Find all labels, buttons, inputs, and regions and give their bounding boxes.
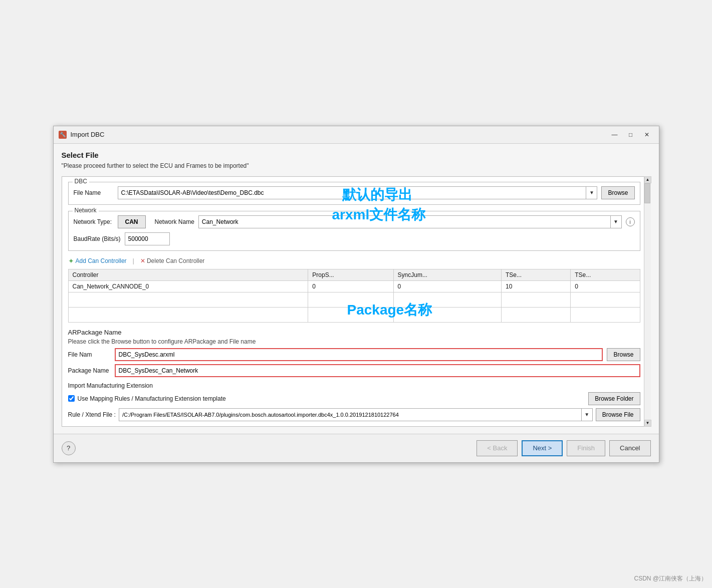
arpackage-file-row: File Nam Browse bbox=[68, 348, 640, 361]
cell-controller-name: Can_Network_CANNODE_0 bbox=[68, 280, 308, 292]
col-tse1: TSe... bbox=[501, 269, 570, 280]
network-legend: Network bbox=[73, 207, 99, 214]
network-type-label: Network Type: bbox=[74, 218, 114, 225]
help-button[interactable]: ? bbox=[62, 441, 76, 455]
arpackage-section: ARPackage Name Please click the Browse b… bbox=[68, 329, 640, 377]
file-name-input[interactable] bbox=[118, 187, 586, 199]
network-info-icon[interactable]: i bbox=[626, 217, 635, 226]
baud-rate-input[interactable] bbox=[125, 232, 170, 245]
dbc-section: DBC File Name ▼ Browse bbox=[68, 182, 640, 205]
close-button[interactable]: ✕ bbox=[640, 129, 654, 140]
app-icon: 🔧 bbox=[59, 131, 67, 139]
dbc-browse-button[interactable]: Browse bbox=[601, 186, 634, 199]
cell-props: 0 bbox=[308, 280, 393, 292]
maximize-button[interactable]: □ bbox=[624, 129, 638, 140]
delete-can-controller-link[interactable]: ✕ Delete Can Controller bbox=[140, 257, 204, 264]
manufacturing-section: Import Manufacturing Extension Use Mappi… bbox=[68, 382, 640, 421]
arpackage-hint: Please click the Browse button to config… bbox=[68, 338, 640, 345]
baud-rate-row: BaudRate (Bits/s) bbox=[74, 232, 635, 245]
scrollbar-track: ▲ ▼ bbox=[644, 176, 651, 427]
use-mapping-label: Use Mapping Rules / Manufacturing Extens… bbox=[78, 395, 226, 402]
controller-table: Controller PropS... SyncJum... TSe... TS… bbox=[68, 269, 640, 323]
titlebar: 🔧 Import DBC — □ ✕ bbox=[54, 126, 659, 144]
col-controller: Controller bbox=[68, 269, 308, 280]
rule-combo[interactable]: ▼ bbox=[119, 408, 593, 421]
main-window: 🔧 Import DBC — □ ✕ Select File "Please p… bbox=[53, 126, 659, 463]
minimize-button[interactable]: — bbox=[608, 129, 622, 140]
finish-button[interactable]: Finish bbox=[567, 440, 605, 456]
cell-syncjum: 0 bbox=[393, 280, 501, 292]
arpackage-file-input[interactable] bbox=[115, 348, 603, 361]
cancel-button[interactable]: Cancel bbox=[609, 440, 650, 456]
next-button[interactable]: Next > bbox=[522, 440, 563, 456]
network-name-dropdown-arrow[interactable]: ▼ bbox=[610, 216, 621, 228]
col-syncjum: SyncJum... bbox=[393, 269, 501, 280]
file-name-label: File Name bbox=[74, 189, 114, 196]
arpackage-label: ARPackage Name bbox=[68, 329, 640, 336]
network-name-input[interactable] bbox=[199, 216, 610, 228]
footer-left: ? bbox=[62, 441, 76, 455]
arpackage-file-label: File Nam bbox=[68, 351, 111, 358]
table-header-row: Controller PropS... SyncJum... TSe... TS… bbox=[68, 269, 640, 280]
baud-rate-label: BaudRate (Bits/s) bbox=[74, 235, 121, 242]
scrollbar-thumb[interactable] bbox=[644, 183, 650, 203]
watermark: CSDN @江南侠客（上海） bbox=[634, 574, 707, 583]
table-empty-row-2 bbox=[68, 307, 640, 322]
back-button[interactable]: < Back bbox=[477, 440, 518, 456]
footer-bar: ? < Back Next > Finish Cancel bbox=[54, 434, 659, 462]
rule-label: Rule / Xtend File : bbox=[68, 411, 116, 418]
network-section: Network Network Type: CAN Network Name ▼… bbox=[68, 211, 640, 251]
x-icon: ✕ bbox=[140, 257, 145, 264]
file-name-combo[interactable]: ▼ bbox=[118, 186, 598, 199]
col-props: PropS... bbox=[308, 269, 393, 280]
plus-icon: ✦ bbox=[68, 257, 74, 265]
add-can-controller-link[interactable]: ✦ Add Can Controller bbox=[68, 257, 127, 265]
network-name-combo[interactable]: ▼ bbox=[198, 215, 622, 228]
arpackage-package-label: Package Name bbox=[68, 367, 111, 374]
titlebar-left: 🔧 Import DBC bbox=[59, 131, 105, 139]
cell-tse2: 0 bbox=[571, 280, 640, 292]
use-mapping-checkbox[interactable] bbox=[68, 395, 75, 402]
file-name-row: File Name ▼ Browse bbox=[74, 186, 635, 199]
table-empty-row bbox=[68, 292, 640, 307]
col-tse2: TSe... bbox=[571, 269, 640, 280]
rule-row: Rule / Xtend File : ▼ Browse File bbox=[68, 408, 640, 421]
main-panel-wrapper: DBC File Name ▼ Browse Network Network bbox=[62, 176, 651, 427]
file-name-dropdown-arrow[interactable]: ▼ bbox=[586, 187, 597, 199]
arpackage-package-input[interactable] bbox=[115, 364, 640, 377]
page-title: Select File bbox=[62, 151, 651, 159]
window-title: Import DBC bbox=[71, 131, 105, 138]
network-type-can-button[interactable]: CAN bbox=[118, 215, 146, 228]
window-controls: — □ ✕ bbox=[608, 129, 654, 140]
network-type-row: Network Type: CAN Network Name ▼ i bbox=[74, 215, 635, 228]
rule-input[interactable] bbox=[119, 409, 581, 421]
cell-tse1: 10 bbox=[501, 280, 570, 292]
rule-dropdown-arrow[interactable]: ▼ bbox=[581, 409, 592, 421]
content-area: Select File "Please proceed further to s… bbox=[54, 144, 659, 434]
browse-folder-button[interactable]: Browse Folder bbox=[588, 392, 640, 405]
browse-file-button[interactable]: Browse File bbox=[596, 408, 640, 421]
network-name-label: Network Name bbox=[155, 218, 194, 225]
arpackage-package-row: Package Name bbox=[68, 364, 640, 377]
scroll-up-button[interactable]: ▲ bbox=[644, 176, 651, 183]
table-row[interactable]: Can_Network_CANNODE_0 0 0 10 0 bbox=[68, 280, 640, 292]
arpackage-browse-button[interactable]: Browse bbox=[607, 348, 640, 361]
page-subtitle: "Please proceed further to select the EC… bbox=[62, 162, 651, 169]
main-panel: DBC File Name ▼ Browse Network Network bbox=[62, 176, 651, 427]
dbc-legend: DBC bbox=[73, 178, 89, 185]
separator: | bbox=[133, 257, 134, 264]
controller-links-row: ✦ Add Can Controller | ✕ Delete Can Cont… bbox=[68, 257, 640, 265]
manufacturing-label: Import Manufacturing Extension bbox=[68, 382, 640, 389]
scroll-down-button[interactable]: ▼ bbox=[644, 420, 651, 427]
use-mapping-row: Use Mapping Rules / Manufacturing Extens… bbox=[68, 392, 640, 405]
footer-right: < Back Next > Finish Cancel bbox=[477, 440, 650, 456]
